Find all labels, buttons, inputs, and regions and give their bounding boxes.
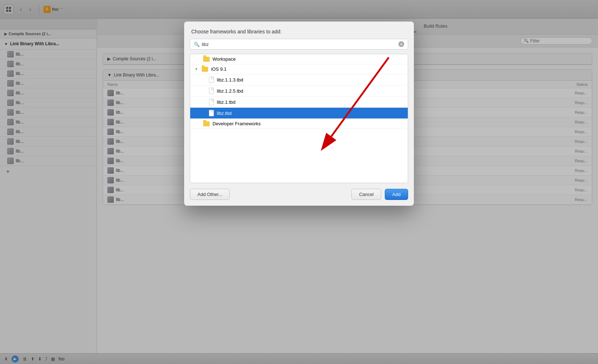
cancel-button[interactable]: Cancel [351,189,381,200]
folder-icon [203,57,210,62]
browser-item[interactable]: Workspace [190,54,408,64]
browser-item-label: libz.tbd [217,111,232,116]
modal-search: 🔍 ✕ [184,39,414,54]
browser-item[interactable]: libz.tbd [190,108,408,119]
browser-item[interactable]: libz.1.2.5.tbd [190,85,408,97]
browser-item[interactable]: ▼ iOS 9.1 [190,64,408,74]
file-icon [209,110,214,116]
modal-footer: Add Other... Cancel Add [184,183,414,206]
folder-icon [202,67,208,72]
file-icon [209,99,214,105]
browser-item-label: Developer Frameworks [212,121,261,126]
add-button[interactable]: Add [385,189,408,200]
folder-arrow-icon: ▼ [195,67,198,71]
folder-icon [203,121,210,126]
browser-item-label: iOS 9.1 [211,66,226,72]
modal-search-icon: 🔍 [194,42,200,47]
browser-item-label: Workspace [212,56,236,62]
browser-item[interactable]: libz.1.tbd [190,97,408,108]
file-icon [209,76,214,83]
browser-items-list: Workspace ▼ iOS 9.1 libz.1.1.3.tbd libz.… [190,54,408,129]
browser-item[interactable]: libz.1.1.3.tbd [190,74,408,85]
browser-item[interactable]: Developer Frameworks [190,119,408,129]
search-clear-button[interactable]: ✕ [398,41,404,47]
add-other-button[interactable]: Add Other... [190,189,230,200]
modal-overlay: Choose frameworks and libraries to add: … [0,0,598,364]
browser-item-label: libz.1.2.5.tbd [217,88,243,94]
browser-item-label: libz.1.1.3.tbd [217,77,243,83]
file-icon [209,88,214,94]
modal-title: Choose frameworks and libraries to add: [184,22,414,39]
browser-item-label: libz.1.tbd [217,99,235,105]
search-wrap: 🔍 ✕ [190,39,408,50]
modal-search-input[interactable] [202,42,396,47]
file-browser[interactable]: Workspace ▼ iOS 9.1 libz.1.1.3.tbd libz.… [190,54,408,183]
modal-dialog: Choose frameworks and libraries to add: … [184,22,414,206]
